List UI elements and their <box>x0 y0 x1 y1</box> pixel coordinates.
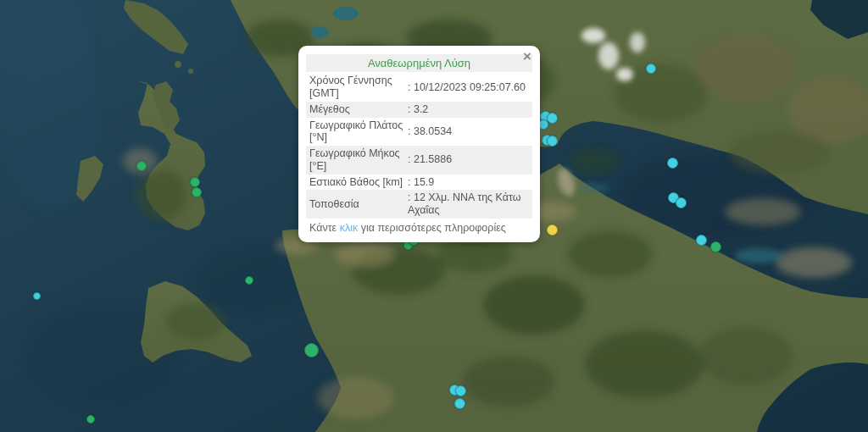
row-label: Τοποθεσία <box>309 198 408 211</box>
earthquake-marker[interactable] <box>86 415 95 424</box>
row-label: Γεωγραφικό Πλάτος [°N] <box>309 119 408 145</box>
popup-footer: Κάντε κλικ για περισσότερες πληροφορίες <box>306 219 532 235</box>
earthquake-marker[interactable] <box>245 276 253 285</box>
row-longitude: Γεωγραφικό Μήκος [°E] : 21.5886 <box>306 146 532 174</box>
row-value: : 12 Χλμ. ΝΝΑ της Κάτω Αχαΐας <box>408 191 529 217</box>
row-label: Χρόνος Γέννησης [GMT] <box>309 75 408 100</box>
earthquake-marker[interactable] <box>667 158 678 169</box>
row-value: : 15.9 <box>408 176 529 189</box>
row-magnitude: Μέγεθος : 3.2 <box>306 102 532 118</box>
row-origin-time: Χρόνος Γέννησης [GMT] : 10/12/2023 09:25… <box>306 73 532 102</box>
popup-title: Αναθεωρημένη Λύση <box>306 54 532 72</box>
row-value: : 10/12/2023 09:25:07.60 <box>408 81 529 94</box>
earthquake-marker[interactable] <box>192 187 202 197</box>
row-depth: Εστιακό Βάθος [km] : 15.9 <box>306 174 532 191</box>
earthquake-marker[interactable] <box>454 398 465 409</box>
row-label: Μέγεθος <box>309 103 408 116</box>
row-location: Τοποθεσία : 12 Χλμ. ΝΝΑ της Κάτω Αχαΐας <box>306 190 532 219</box>
earthquake-map-page: × Αναθεωρημένη Λύση Χρόνος Γέννησης [GMT… <box>0 0 868 432</box>
earthquake-info-popup: × Αναθεωρημένη Λύση Χρόνος Γέννησης [GMT… <box>298 46 540 242</box>
row-value: : 3.2 <box>408 103 529 116</box>
row-label: Εστιακό Βάθος [km] <box>309 176 408 189</box>
earthquake-marker[interactable] <box>547 136 558 147</box>
earthquake-marker[interactable] <box>696 235 707 246</box>
earthquake-marker[interactable] <box>646 64 656 74</box>
earthquake-marker[interactable] <box>304 343 319 357</box>
earthquake-marker[interactable] <box>33 292 41 300</box>
earthquake-marker[interactable] <box>676 197 687 208</box>
more-info-link[interactable]: κλικ <box>340 222 359 234</box>
earthquake-marker[interactable] <box>136 161 147 171</box>
earthquake-marker[interactable] <box>547 224 558 235</box>
close-icon[interactable]: × <box>521 47 533 65</box>
row-latitude: Γεωγραφικό Πλάτος [°N] : 38.0534 <box>306 118 532 147</box>
earthquake-marker[interactable] <box>710 241 721 252</box>
earthquake-marker[interactable] <box>190 177 200 187</box>
row-value: : 21.5886 <box>408 153 529 166</box>
footer-text: για περισσότερες πληροφορίες <box>358 222 506 234</box>
earthquake-marker[interactable] <box>455 385 466 396</box>
row-value: : 38.0534 <box>408 125 529 138</box>
row-label: Γεωγραφικό Μήκος [°E] <box>309 147 408 173</box>
footer-text: Κάντε <box>309 222 340 234</box>
